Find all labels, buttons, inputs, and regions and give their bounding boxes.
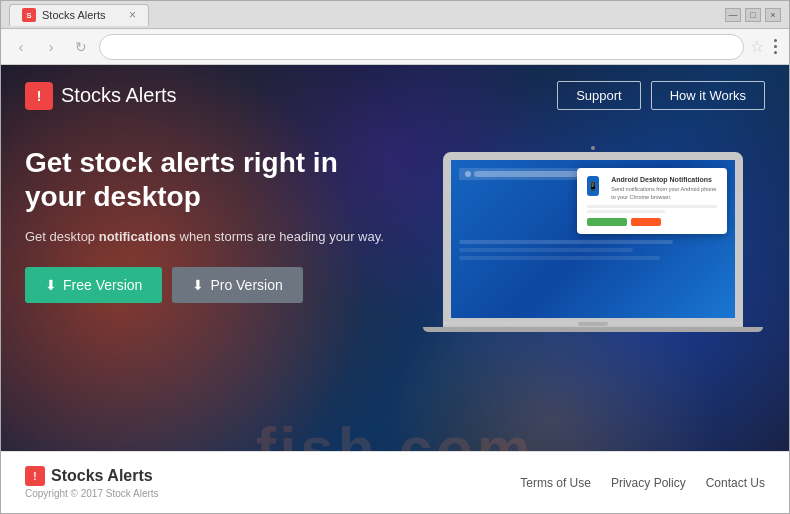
contact-link[interactable]: Contact Us [706, 476, 765, 490]
footer-copyright: Copyright © 2017 Stock Alerts [25, 488, 159, 499]
footer-links: Terms of Use Privacy Policy Contact Us [520, 476, 765, 490]
page-content: ! Stocks Alerts Support How it Works Get… [1, 65, 789, 513]
laptop-base [443, 322, 743, 332]
tab-favicon: S [22, 8, 36, 22]
footer-logo-text: Stocks Alerts [51, 467, 153, 485]
bookmark-icon[interactable]: ☆ [750, 37, 764, 56]
hero-image: 📱 Android Desktop Notifications Send not… [415, 146, 770, 332]
nav-buttons: Support How it Works [557, 81, 765, 110]
laptop-camera [591, 146, 595, 150]
logo-icon: ! [25, 82, 53, 110]
forward-btn[interactable]: › [39, 35, 63, 59]
screen-inner: 📱 Android Desktop Notifications Send not… [451, 160, 735, 318]
notif-icon: 📱 [587, 176, 600, 196]
address-bar[interactable] [99, 34, 744, 60]
hero-title: Get stock alerts right in your desktop [25, 146, 395, 213]
hero-navbar: ! Stocks Alerts Support How it Works [1, 65, 789, 126]
notification-popup: 📱 Android Desktop Notifications Send not… [577, 168, 727, 234]
notif-line [587, 205, 717, 208]
footer-logo: ! Stocks Alerts Copyright © 2017 Stock A… [25, 466, 159, 499]
terms-link[interactable]: Terms of Use [520, 476, 591, 490]
notif-title: Android Desktop Notifications [611, 176, 716, 183]
tab-area: S Stocks Alerts × [9, 4, 711, 26]
support-button[interactable]: Support [557, 81, 641, 110]
menu-dot [774, 39, 777, 42]
tab-close-btn[interactable]: × [129, 8, 136, 22]
download-icon-pro: ⬇ [192, 277, 204, 293]
hero-description: Get desktop notifications when storms ar… [25, 227, 395, 247]
back-btn[interactable]: ‹ [9, 35, 33, 59]
footer-logo-icon: ! [25, 466, 45, 486]
close-btn[interactable]: × [765, 8, 781, 22]
browser-toolbar: ‹ › ↻ ☆ [1, 29, 789, 65]
hero-buttons: ⬇ Free Version ⬇ Pro Version [25, 267, 395, 303]
logo-brand: Stocks [61, 84, 121, 106]
page-footer: ! Stocks Alerts Copyright © 2017 Stock A… [1, 451, 789, 513]
notif-line [587, 210, 665, 213]
maximize-btn[interactable]: □ [745, 8, 761, 22]
laptop-notch [578, 322, 608, 326]
laptop-screen: 📱 Android Desktop Notifications Send not… [443, 152, 743, 322]
hero-section: ! Stocks Alerts Support How it Works Get… [1, 65, 789, 513]
how-it-works-button[interactable]: How it Works [651, 81, 765, 110]
menu-dot [774, 51, 777, 54]
browser-window: S Stocks Alerts × — □ × ‹ › ↻ ☆ [0, 0, 790, 514]
download-icon-free: ⬇ [45, 277, 57, 293]
browser-menu-btn[interactable] [770, 35, 781, 58]
logo-product: Alerts [121, 84, 177, 106]
tab-label: Stocks Alerts [42, 9, 106, 21]
menu-dot [774, 45, 777, 48]
privacy-link[interactable]: Privacy Policy [611, 476, 686, 490]
refresh-btn[interactable]: ↻ [69, 35, 93, 59]
hero-body: Get stock alerts right in your desktop G… [1, 126, 789, 332]
laptop-mockup: 📱 Android Desktop Notifications Send not… [443, 146, 743, 332]
free-version-button[interactable]: ⬇ Free Version [25, 267, 162, 303]
hero-text: Get stock alerts right in your desktop G… [25, 146, 395, 332]
notif-body: Send notifications from your Android pho… [611, 186, 716, 201]
site-logo: ! Stocks Alerts [25, 82, 177, 110]
minimize-btn[interactable]: — [725, 8, 741, 22]
footer-logo-top: ! Stocks Alerts [25, 466, 159, 486]
logo-text: Stocks Alerts [61, 84, 177, 107]
window-controls: — □ × [725, 8, 781, 22]
browser-tab[interactable]: S Stocks Alerts × [9, 4, 149, 26]
browser-titlebar: S Stocks Alerts × — □ × [1, 1, 789, 29]
pro-version-button[interactable]: ⬇ Pro Version [172, 267, 302, 303]
